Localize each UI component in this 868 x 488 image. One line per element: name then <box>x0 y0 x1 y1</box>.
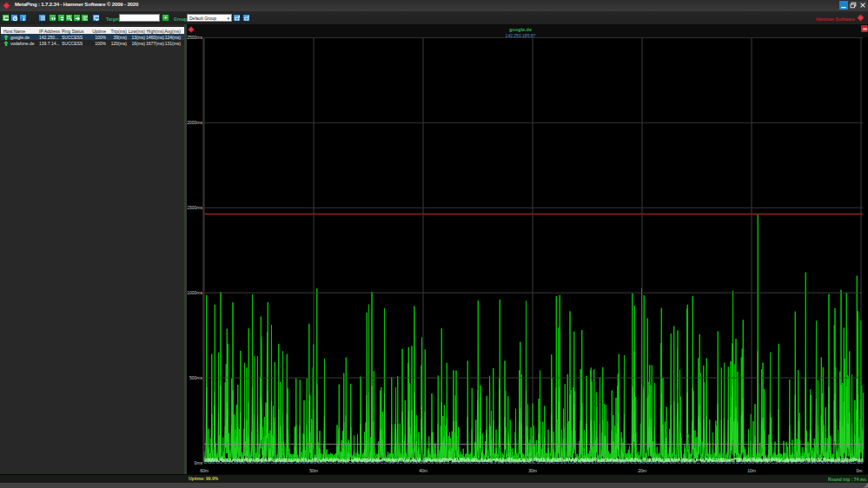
svg-text:40m: 40m <box>419 468 427 473</box>
svg-text:500ms: 500ms <box>189 375 203 380</box>
svg-text:1000ms: 1000ms <box>187 290 202 295</box>
svg-text:50m: 50m <box>309 468 318 473</box>
svg-text:20m: 20m <box>638 468 646 473</box>
svg-text:2500ms: 2500ms <box>187 35 202 40</box>
svg-text:60m: 60m <box>200 468 209 473</box>
svg-text:0m: 0m <box>857 468 863 473</box>
svg-text:2000ms: 2000ms <box>187 120 202 125</box>
svg-text:0ms: 0ms <box>195 460 203 465</box>
svg-text:10m: 10m <box>747 468 756 473</box>
svg-text:1500ms: 1500ms <box>187 205 202 210</box>
svg-text:30m: 30m <box>528 468 537 473</box>
